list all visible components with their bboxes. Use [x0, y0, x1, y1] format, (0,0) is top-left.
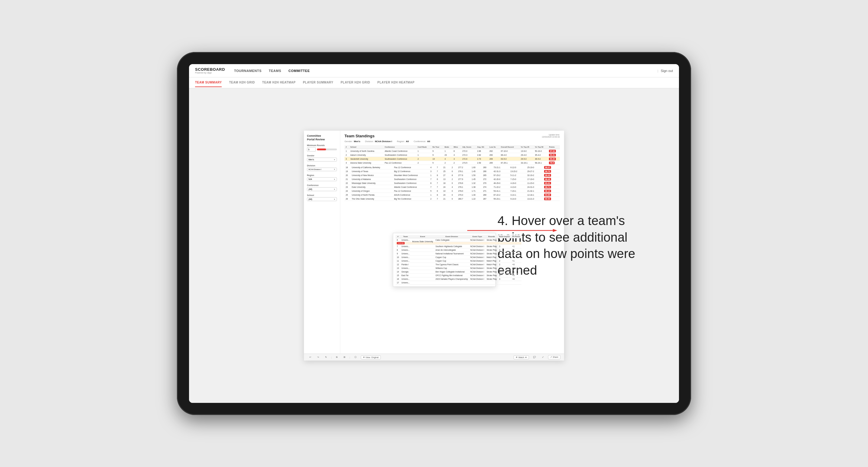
toolbar-info[interactable]: ⓘ	[353, 355, 359, 359]
col-conference: Conference	[383, 145, 416, 149]
toolbar-undo[interactable]: ↩	[308, 355, 313, 359]
toolbar-expand[interactable]: ⤢	[540, 355, 546, 359]
points-badge[interactable]: 88.14	[544, 190, 551, 192]
filter-conference-label: Conference	[307, 184, 337, 186]
lower-standings-table: 18 University of California, Berkeley Pa…	[344, 165, 560, 201]
filter-region-label: Region	[307, 174, 337, 176]
share-button[interactable]: ↗ Share	[548, 355, 560, 359]
conference-arrow-icon: ▼	[334, 188, 335, 190]
table-row-highlighted[interactable]: 3 Vanderbilt University Southeastern Con…	[344, 157, 560, 161]
toolbar-comment[interactable]: 💬	[531, 355, 538, 359]
rounds-slider[interactable]	[317, 149, 337, 150]
nav-committee[interactable]: COMMITTEE	[288, 68, 310, 74]
watch-icon: 👁	[516, 356, 518, 359]
toolbar-refresh[interactable]: ↻	[323, 355, 329, 359]
points-badge[interactable]: 88.07	[544, 166, 551, 169]
hover-detail-table: # Team Event Event Division Event Type R…	[396, 235, 521, 285]
table-row[interactable]: 26 The Ohio State University Big Ten Con…	[344, 197, 560, 201]
points-badge[interactable]: 88.49	[544, 174, 551, 177]
table-row[interactable]: 19 University of Texas Big 12 Conference…	[344, 169, 560, 173]
gender-arrow-icon: ▼	[334, 159, 335, 161]
toolbar-sep-2: |	[350, 356, 350, 359]
region-select[interactable]: N/A ▼	[307, 177, 337, 181]
filter-school-label: School	[307, 194, 337, 196]
table-row[interactable]: 2 Auburn University Southeastern Confere…	[344, 153, 560, 157]
hover-row: 13 Univers... Williams Cup NCAA Division…	[396, 267, 521, 270]
division-select[interactable]: NCAA Division I ▼	[307, 167, 337, 171]
table-row[interactable]: 24 University of Oregon Pac-12 Conferenc…	[344, 189, 560, 193]
display-region: Region: All	[397, 140, 409, 143]
nav-teams[interactable]: TEAMS	[269, 68, 281, 74]
sign-out-button[interactable]: Sign out	[661, 69, 673, 72]
watch-button[interactable]: 👁 Watch ▼	[514, 355, 529, 359]
points-badge[interactable]: 97.02	[549, 150, 556, 152]
filter-min-rounds-label: Minimum Rounds	[307, 144, 337, 146]
tab-team-h2h-heatmap[interactable]: TEAM H2H HEATMAP	[262, 78, 296, 87]
logo-area: SCOREBOARD Powered by clippi	[195, 67, 225, 74]
school-select[interactable]: (All) ▼	[307, 197, 337, 201]
hover-header-row: # Team Event Event Division Event Type R…	[396, 235, 521, 238]
toolbar-copy[interactable]: ⧉	[334, 355, 339, 359]
tab-team-summary[interactable]: TEAM SUMMARY	[195, 78, 222, 87]
table-row[interactable]: 4 Arizona State University Pac-12 Confer…	[344, 161, 560, 165]
col-vs-top50: Vs Top 50	[534, 145, 548, 149]
tab-player-h2h-heatmap[interactable]: PLAYER H2H HEATMAP	[377, 78, 415, 87]
points-badge[interactable]: 88.48	[544, 178, 551, 181]
table-row[interactable]: 1 University of North Carolina Atlantic …	[344, 149, 560, 153]
col-school: School	[349, 145, 383, 149]
hover-row: 7 Univers... Southern Highlands Collegia…	[396, 245, 521, 248]
points-badge[interactable]: 80.94	[544, 197, 551, 200]
hover-row: 6 Univers... Arizona State University Ca…	[396, 238, 521, 242]
table-header-row: # School Conference Conf Rank No Tour Bn…	[344, 145, 560, 149]
doc-toolbar: ↩ ↪ ↻ | ⧉ ⊞ | ⓘ 👁 View: Original	[304, 353, 564, 361]
points-badge[interactable]: 83.89	[544, 194, 551, 196]
table-row[interactable]: 20 University of New Mexico Mountain Wes…	[344, 173, 560, 177]
col-overall-record: Overall Record	[500, 145, 520, 149]
table-row[interactable]: 23 Duke University Atlantic Coast Confer…	[344, 185, 560, 189]
display-conference: Conference: All	[414, 140, 430, 143]
view-btn-icon: 👁	[363, 356, 365, 359]
col-low-sc: Low Sc	[488, 145, 500, 149]
table-row[interactable]: 18 University of California, Berkeley Pa…	[344, 165, 560, 169]
points-badge[interactable]: 93.31	[549, 154, 556, 156]
col-conf-rank: Conf Rank	[416, 145, 431, 149]
division-arrow-icon: ▼	[334, 168, 335, 170]
table-row[interactable]: 22 Mississippi State University Southeas…	[344, 181, 560, 185]
top-nav: SCOREBOARD Powered by clippi TOURNAMENTS…	[189, 64, 679, 77]
filter-division-label: Division	[307, 164, 337, 167]
points-badge[interactable]: 88.71	[544, 186, 551, 188]
school-arrow-icon: ▼	[334, 198, 335, 200]
nav-tournaments[interactable]: TOURNAMENTS	[234, 68, 261, 74]
table-row[interactable]: 21 University of Alabama Southeastern Co…	[344, 177, 560, 181]
points-badge-hovered[interactable]: 90.20	[549, 158, 556, 160]
tab-team-h2h-grid[interactable]: TEAM H2H GRID	[229, 78, 255, 87]
hover-row: 17 Univers...	[396, 281, 521, 285]
gender-select[interactable]: Men's ▼	[307, 158, 337, 161]
filter-minimum-rounds: Minimum Rounds 5	[307, 144, 337, 152]
col-adj-score: Adj. Score	[461, 145, 476, 149]
hover-row: 12 Florida I The Cypress Point Classic N…	[396, 263, 521, 267]
points-badge[interactable]: 78.5	[549, 161, 555, 164]
doc-title-row: Team Standings Update time:13/03/2024 10…	[344, 134, 560, 138]
view-original-button[interactable]: 👁 View: Original	[361, 355, 381, 359]
table-row[interactable]: 25 University of North Florida ASUN Conf…	[344, 193, 560, 197]
points-badge[interactable]: 83.41	[544, 182, 551, 185]
filter-gender: Gender Men's ▼	[307, 155, 337, 161]
hover-row: 11 Univers... Copper Cup NCAA Division I…	[396, 259, 521, 263]
filter-conference: Conference (All) ▼	[307, 184, 337, 191]
filter-region: Region N/A ▼	[307, 174, 337, 181]
min-rounds-input[interactable]: 5	[307, 147, 316, 152]
display-division: Division: NCAA Division I	[365, 140, 392, 143]
toolbar-redo[interactable]: ↪	[315, 355, 321, 359]
tab-player-summary[interactable]: PLAYER SUMMARY	[303, 78, 333, 87]
app-sub: Powered by clippi	[195, 72, 225, 74]
tablet-screen: SCOREBOARD Powered by clippi TOURNAMENTS…	[189, 64, 679, 403]
toolbar-paste[interactable]: ⊞	[342, 355, 347, 359]
update-time: Update time:13/03/2024 10:03:42	[542, 134, 560, 138]
hover-overlay: # Team Event Event Division Event Type R…	[393, 233, 496, 287]
tablet-frame: SCOREBOARD Powered by clippi TOURNAMENTS…	[177, 52, 691, 415]
conference-select[interactable]: (All) ▼	[307, 187, 337, 191]
app-logo: SCOREBOARD	[195, 67, 225, 72]
tab-player-h2h-grid[interactable]: PLAYER H2H GRID	[341, 78, 370, 87]
points-badge[interactable]: 88.70	[544, 170, 551, 173]
